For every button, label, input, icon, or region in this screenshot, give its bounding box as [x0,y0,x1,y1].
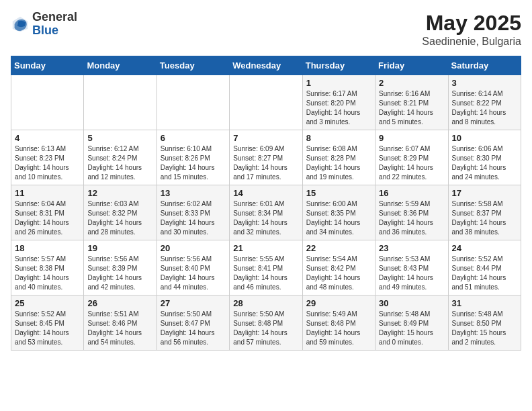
weekday-header: Monday [84,56,157,75]
day-info: Sunrise: 5:52 AM Sunset: 8:45 PM Dayligh… [15,310,80,347]
calendar-day-cell [84,75,157,130]
day-info: Sunrise: 6:07 AM Sunset: 8:29 PM Dayligh… [379,144,444,182]
weekday-header: Tuesday [157,56,229,75]
day-info: Sunrise: 5:56 AM Sunset: 8:40 PM Dayligh… [161,255,226,292]
day-number: 9 [379,133,444,143]
weekday-header: Wednesday [230,56,302,75]
day-number: 12 [87,188,152,198]
location: Saedinenie, Bulgaria [422,36,521,48]
calendar-day-cell: 5Sunrise: 6:12 AM Sunset: 8:24 PM Daylig… [84,130,157,185]
page-header: General Blue May 2025 Saedinenie, Bulgar… [11,11,521,48]
logo-blue-text: Blue [32,24,77,38]
calendar-day-cell: 24Sunrise: 5:52 AM Sunset: 8:44 PM Dayli… [448,240,521,295]
day-number: 3 [452,78,517,88]
day-info: Sunrise: 5:51 AM Sunset: 8:46 PM Dayligh… [87,310,152,347]
calendar-day-cell: 29Sunrise: 5:49 AM Sunset: 8:48 PM Dayli… [302,295,375,351]
day-info: Sunrise: 6:17 AM Sunset: 8:20 PM Dayligh… [306,89,371,127]
calendar-day-cell: 9Sunrise: 6:07 AM Sunset: 8:29 PM Daylig… [375,130,448,185]
weekday-header: Sunday [11,56,84,75]
calendar-day-cell: 17Sunrise: 5:58 AM Sunset: 8:37 PM Dayli… [448,185,521,240]
title-block: May 2025 Saedinenie, Bulgaria [422,11,521,48]
day-number: 11 [15,188,80,198]
calendar-day-cell: 26Sunrise: 5:51 AM Sunset: 8:46 PM Dayli… [84,295,157,351]
month-title: May 2025 [422,11,521,36]
day-number: 26 [87,298,152,308]
calendar-day-cell: 15Sunrise: 6:00 AM Sunset: 8:35 PM Dayli… [302,185,375,240]
day-info: Sunrise: 6:13 AM Sunset: 8:23 PM Dayligh… [15,144,80,182]
calendar-day-cell: 2Sunrise: 6:16 AM Sunset: 8:21 PM Daylig… [375,75,448,130]
day-info: Sunrise: 5:57 AM Sunset: 8:38 PM Dayligh… [15,255,80,292]
day-number: 2 [379,78,444,88]
calendar-day-cell: 18Sunrise: 5:57 AM Sunset: 8:38 PM Dayli… [11,240,84,295]
day-info: Sunrise: 5:48 AM Sunset: 8:50 PM Dayligh… [452,310,517,347]
day-number: 10 [452,133,517,143]
calendar-day-cell: 20Sunrise: 5:56 AM Sunset: 8:40 PM Dayli… [157,240,229,295]
calendar-header-row: SundayMondayTuesdayWednesdayThursdayFrid… [11,56,521,75]
logo-text: General Blue [32,11,77,38]
day-number: 6 [161,133,226,143]
calendar-day-cell: 31Sunrise: 5:48 AM Sunset: 8:50 PM Dayli… [448,295,521,351]
calendar-day-cell [230,75,302,130]
day-number: 19 [87,243,152,253]
day-info: Sunrise: 6:01 AM Sunset: 8:34 PM Dayligh… [233,199,298,237]
day-number: 23 [379,243,444,253]
day-number: 18 [15,243,80,253]
day-number: 17 [452,188,517,198]
day-info: Sunrise: 6:02 AM Sunset: 8:33 PM Dayligh… [161,199,226,237]
calendar-day-cell: 3Sunrise: 6:14 AM Sunset: 8:22 PM Daylig… [448,75,521,130]
calendar-day-cell: 23Sunrise: 5:53 AM Sunset: 8:43 PM Dayli… [375,240,448,295]
day-info: Sunrise: 5:54 AM Sunset: 8:42 PM Dayligh… [306,255,371,292]
day-info: Sunrise: 5:53 AM Sunset: 8:43 PM Dayligh… [379,255,444,292]
day-number: 25 [15,298,80,308]
calendar-week-row: 25Sunrise: 5:52 AM Sunset: 8:45 PM Dayli… [11,295,521,351]
calendar-day-cell: 14Sunrise: 6:01 AM Sunset: 8:34 PM Dayli… [230,185,302,240]
calendar-day-cell: 8Sunrise: 6:08 AM Sunset: 8:28 PM Daylig… [302,130,375,185]
calendar-day-cell: 7Sunrise: 6:09 AM Sunset: 8:27 PM Daylig… [230,130,302,185]
day-number: 7 [233,133,298,143]
calendar-day-cell: 10Sunrise: 6:06 AM Sunset: 8:30 PM Dayli… [448,130,521,185]
calendar-day-cell: 4Sunrise: 6:13 AM Sunset: 8:23 PM Daylig… [11,130,84,185]
day-info: Sunrise: 6:10 AM Sunset: 8:26 PM Dayligh… [161,144,226,182]
logo-general-text: General [32,11,77,24]
weekday-header: Friday [375,56,448,75]
logo-icon [11,15,30,34]
day-number: 4 [15,133,80,143]
day-info: Sunrise: 5:50 AM Sunset: 8:48 PM Dayligh… [233,310,298,347]
calendar-day-cell: 22Sunrise: 5:54 AM Sunset: 8:42 PM Dayli… [302,240,375,295]
day-info: Sunrise: 5:49 AM Sunset: 8:48 PM Dayligh… [306,310,371,347]
calendar-week-row: 4Sunrise: 6:13 AM Sunset: 8:23 PM Daylig… [11,130,521,185]
calendar-day-cell: 21Sunrise: 5:55 AM Sunset: 8:41 PM Dayli… [230,240,302,295]
day-info: Sunrise: 5:59 AM Sunset: 8:36 PM Dayligh… [379,199,444,237]
day-number: 1 [306,78,371,88]
day-info: Sunrise: 5:55 AM Sunset: 8:41 PM Dayligh… [233,255,298,292]
day-info: Sunrise: 6:16 AM Sunset: 8:21 PM Dayligh… [379,89,444,127]
day-info: Sunrise: 5:52 AM Sunset: 8:44 PM Dayligh… [452,255,517,292]
weekday-header: Saturday [448,56,521,75]
calendar-table: SundayMondayTuesdayWednesdayThursdayFrid… [11,56,521,351]
day-number: 24 [452,243,517,253]
calendar-week-row: 1Sunrise: 6:17 AM Sunset: 8:20 PM Daylig… [11,75,521,130]
calendar-day-cell: 12Sunrise: 6:03 AM Sunset: 8:32 PM Dayli… [84,185,157,240]
day-number: 30 [379,298,444,308]
day-info: Sunrise: 6:08 AM Sunset: 8:28 PM Dayligh… [306,144,371,182]
day-info: Sunrise: 5:58 AM Sunset: 8:37 PM Dayligh… [452,199,517,237]
day-number: 16 [379,188,444,198]
day-number: 14 [233,188,298,198]
day-number: 8 [306,133,371,143]
day-number: 13 [161,188,226,198]
day-info: Sunrise: 5:56 AM Sunset: 8:39 PM Dayligh… [87,255,152,292]
day-number: 27 [161,298,226,308]
day-info: Sunrise: 5:48 AM Sunset: 8:49 PM Dayligh… [379,310,444,347]
calendar-week-row: 11Sunrise: 6:04 AM Sunset: 8:31 PM Dayli… [11,185,521,240]
calendar-week-row: 18Sunrise: 5:57 AM Sunset: 8:38 PM Dayli… [11,240,521,295]
day-info: Sunrise: 6:14 AM Sunset: 8:22 PM Dayligh… [452,89,517,127]
calendar-day-cell: 25Sunrise: 5:52 AM Sunset: 8:45 PM Dayli… [11,295,84,351]
calendar-day-cell: 11Sunrise: 6:04 AM Sunset: 8:31 PM Dayli… [11,185,84,240]
day-info: Sunrise: 6:03 AM Sunset: 8:32 PM Dayligh… [87,199,152,237]
day-info: Sunrise: 6:00 AM Sunset: 8:35 PM Dayligh… [306,199,371,237]
day-number: 31 [452,298,517,308]
day-number: 5 [87,133,152,143]
weekday-header: Thursday [302,56,375,75]
day-info: Sunrise: 5:50 AM Sunset: 8:47 PM Dayligh… [161,310,226,347]
calendar-day-cell [11,75,84,130]
